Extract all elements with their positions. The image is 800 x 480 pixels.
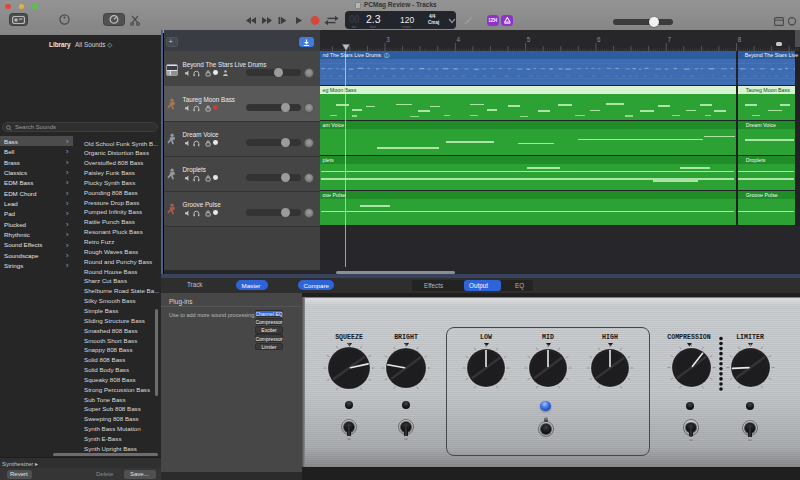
svg-text:5: 5 <box>527 36 531 43</box>
svg-text:3: 3 <box>386 36 390 43</box>
svg-text:7: 7 <box>667 36 671 43</box>
svg-text:6: 6 <box>597 36 601 43</box>
svg-text:8: 8 <box>738 36 742 43</box>
svg-text:4: 4 <box>457 36 461 43</box>
